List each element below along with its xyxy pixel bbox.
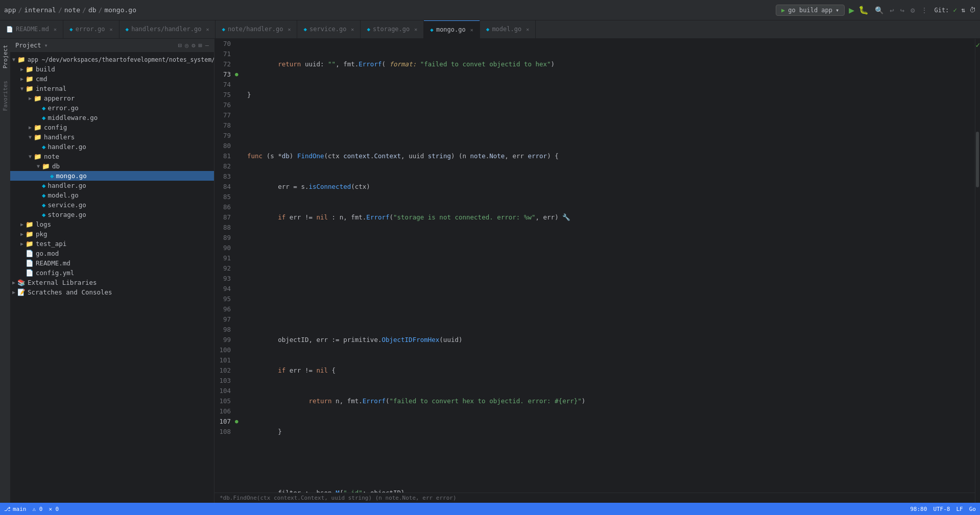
- tree-error-go[interactable]: ▶ ◆ error.go: [10, 103, 214, 113]
- tree-config-yml[interactable]: ▶ 📄 config.yml: [10, 268, 214, 278]
- main-area: Project Favorites Project ▾ ⊟ ◎ ⚙ ⊞ — ▼ …: [0, 39, 980, 503]
- status-bar: ⎇ main ⚠ 0 ✕ 0 98:80 UTF-8 LF Go: [0, 503, 980, 515]
- tree-model-go[interactable]: ▶ ◆ model.go: [10, 190, 214, 200]
- collapse-all-icon[interactable]: ⊟: [178, 42, 182, 49]
- tree-internal[interactable]: ▼ 📁 internal: [10, 84, 214, 93]
- tree-storage-go[interactable]: ▶ ◆ storage.go: [10, 210, 214, 219]
- code-line-71: }: [247, 90, 971, 100]
- toolbar-icons: 🔍 ↩ ↪ ⚙ ⋮: [873, 5, 930, 15]
- code-line-73: func (s *db) FindOne(ctx context.Context…: [247, 151, 971, 161]
- tree-scratches[interactable]: ▶ 📝 Scratches and Consoles: [10, 287, 214, 297]
- code-line-80: if err != nil {: [247, 365, 971, 376]
- tab-close-error[interactable]: ✕: [109, 27, 112, 32]
- tree-test-api[interactable]: ▶ 📁 test_api: [10, 239, 214, 249]
- code-content[interactable]: return uuid: "", fmt.Errorf( format: "fa…: [243, 39, 975, 493]
- expand-icon[interactable]: ⊞: [199, 42, 202, 49]
- tree-note-handler-go[interactable]: ▶ ◆ handler.go: [10, 181, 214, 190]
- tab-close-model[interactable]: ✕: [526, 27, 529, 32]
- git-sync-icon[interactable]: ⇅: [961, 6, 965, 14]
- tab-close-readme[interactable]: ✕: [54, 27, 57, 32]
- clock-icon[interactable]: ⏱: [969, 6, 976, 14]
- debug-button[interactable]: 🐛: [858, 5, 869, 15]
- code-line-77: [247, 274, 971, 284]
- breadcrumb-file[interactable]: mongo.go: [104, 6, 136, 14]
- code-line-70: return uuid: "", fmt.Errorf( format: "fa…: [247, 59, 971, 69]
- locate-icon[interactable]: ◎: [185, 42, 188, 49]
- tree-pkg[interactable]: ▶ 📁 pkg: [10, 229, 214, 239]
- gutter: ●: [235, 39, 243, 493]
- handler-icon: ◆: [126, 26, 129, 33]
- tab-storage[interactable]: ◆ storage.go ✕: [361, 20, 424, 38]
- more-icon[interactable]: ⋮: [919, 5, 930, 15]
- hide-icon[interactable]: —: [205, 42, 209, 49]
- tree-middleware-go[interactable]: ▶ ◆ middleware.go: [10, 113, 214, 122]
- status-line-col: 98:80: [910, 506, 927, 512]
- project-tab[interactable]: Project: [1, 43, 10, 70]
- code-line-84: filter := bson.M{"_id": objectID}: [247, 488, 971, 493]
- git-check-icon[interactable]: ✓: [953, 6, 957, 14]
- hint-text: *db.FindOne(ctx context.Context, uuid st…: [220, 495, 457, 501]
- run-config[interactable]: ▶ go build app ▾: [776, 5, 845, 16]
- breadcrumb-note[interactable]: note: [64, 6, 80, 14]
- tree-logs[interactable]: ▶ 📁 logs: [10, 219, 214, 229]
- tab-handlers-handler[interactable]: ◆ handlers/handler.go ✕: [119, 20, 216, 38]
- code-line-72: [247, 120, 971, 131]
- editor-area: 70 71 72 73 74 75 76 77 78 79 80 81 82 8…: [214, 39, 975, 503]
- panel-dropdown-icon[interactable]: ▾: [44, 42, 48, 49]
- tab-close-service[interactable]: ✕: [351, 27, 354, 32]
- scroll-thumb[interactable]: [976, 132, 979, 187]
- tree-readme[interactable]: ▶ 📄 README.md: [10, 258, 214, 268]
- tab-close-note-handler[interactable]: ✕: [288, 27, 291, 32]
- tree-cmd[interactable]: ▶ 📁 cmd: [10, 74, 214, 84]
- line-numbers: 70 71 72 73 74 75 76 77 78 79 80 81 82 8…: [214, 39, 235, 493]
- tab-model[interactable]: ◆ model.go ✕: [480, 20, 536, 38]
- toolbar-right: ▶ go build app ▾ ▶ 🐛 🔍 ↩ ↪ ⚙ ⋮ Git: ✓ ⇅ …: [776, 5, 976, 16]
- tree-root[interactable]: ▼ 📁 app ~/dev/workspaces/theartofevelopm…: [10, 55, 214, 64]
- top-bar: app / internal / note / db / mongo.go ▶ …: [0, 0, 980, 20]
- panel-header: Project ▾ ⊟ ◎ ⚙ ⊞ —: [10, 39, 214, 53]
- status-warnings: ⚠ 0: [33, 506, 43, 512]
- breadcrumb-internal[interactable]: internal: [24, 6, 56, 14]
- gear-icon[interactable]: ⚙: [192, 42, 195, 49]
- tab-close-mongo[interactable]: ✕: [470, 27, 473, 33]
- status-errors: ✕ 0: [49, 506, 59, 512]
- tab-mongo[interactable]: ◆ mongo.go ✕: [424, 20, 480, 38]
- favorites-tab[interactable]: Favorites: [1, 79, 10, 113]
- breadcrumb-db[interactable]: db: [88, 6, 97, 14]
- undo-icon[interactable]: ↩: [888, 5, 896, 15]
- tree-mongo-go[interactable]: ▶ ◆ mongo.go: [10, 171, 214, 181]
- settings-icon[interactable]: ⚙: [909, 5, 917, 15]
- run-button[interactable]: ▶: [849, 5, 854, 15]
- tree-config[interactable]: ▶ 📁 config: [10, 122, 214, 132]
- tree-handlers[interactable]: ▼ 📁 handlers: [10, 132, 214, 142]
- readme-icon: 📄: [6, 26, 13, 33]
- breadcrumb: app / internal / note / db / mongo.go: [4, 6, 136, 14]
- tree-build[interactable]: ▶ 📁 build: [10, 64, 214, 74]
- tree-apperror[interactable]: ▶ 📁 apperror: [10, 93, 214, 103]
- redo-icon[interactable]: ↪: [898, 5, 906, 15]
- tab-note-handler[interactable]: ◆ note/handler.go ✕: [216, 20, 297, 38]
- code-line-74: err = s.isConnected(ctx): [247, 182, 971, 192]
- run-config-dropdown-icon[interactable]: ▾: [835, 7, 839, 14]
- code-line-75: if err != nil : n, fmt.Errorf("storage i…: [247, 212, 971, 223]
- tree-db[interactable]: ▼ 📁 db: [10, 161, 214, 171]
- code-line-79: objectID, err := primitive.ObjectIDFromH…: [247, 335, 971, 345]
- tab-close-storage[interactable]: ✕: [414, 27, 417, 32]
- tree-handlers-handler-go[interactable]: ▶ ◆ handler.go: [10, 142, 214, 152]
- tree-note[interactable]: ▼ 📁 note: [10, 152, 214, 161]
- tab-error-go[interactable]: ◆ error.go ✕: [63, 20, 119, 38]
- tab-readme[interactable]: 📄 README.md ✕: [0, 20, 63, 38]
- code-line-78: [247, 304, 971, 314]
- tree-service-go[interactable]: ▶ ◆ service.go: [10, 200, 214, 210]
- storage-icon: ◆: [367, 26, 370, 33]
- tree-external-libraries[interactable]: ▶ 📚 External Libraries: [10, 278, 214, 287]
- tab-close-handler[interactable]: ✕: [206, 27, 209, 32]
- search-icon[interactable]: 🔍: [873, 5, 886, 15]
- tab-service[interactable]: ◆ service.go ✕: [297, 20, 361, 38]
- code-container[interactable]: 70 71 72 73 74 75 76 77 78 79 80 81 82 8…: [214, 39, 975, 493]
- breadcrumb-app[interactable]: app: [4, 6, 16, 14]
- panel-title: Project: [15, 42, 41, 49]
- status-git-branch[interactable]: ⎇ main: [4, 506, 27, 512]
- service-icon: ◆: [303, 26, 307, 33]
- tree-go-mod[interactable]: ▶ 📄 go.mod: [10, 249, 214, 258]
